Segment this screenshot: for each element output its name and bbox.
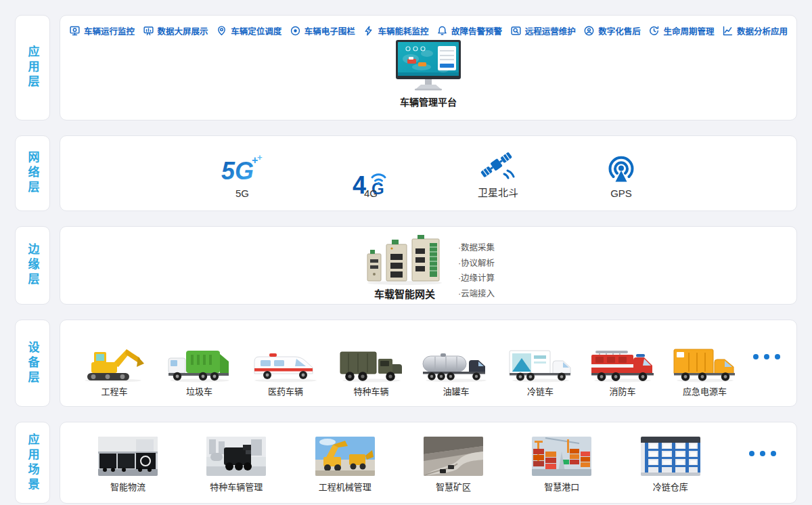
vehicle-label: 医药车辆	[268, 385, 303, 397]
alarm-bell-icon	[436, 25, 448, 37]
dot-icon	[764, 354, 769, 359]
vehicle-special: 特种车辆	[337, 342, 406, 397]
app-item-data-analytics: 数据分析应用	[722, 24, 788, 37]
dot-icon	[760, 451, 765, 456]
special-vehicle-management-photo	[206, 437, 266, 476]
geofence-icon	[290, 25, 301, 37]
emergency-power-truck-image	[671, 342, 739, 382]
gateway-features: ·数据采集 ·协议解析 ·边缘计算 ·云端接入	[458, 235, 495, 301]
app-item-label: 数据分析应用	[737, 24, 788, 37]
gateway-label: 车载智能网关	[374, 286, 435, 301]
garbage-truck-image	[164, 342, 235, 382]
svg-text:5G: 5G	[221, 157, 254, 185]
scenario-construction: 工程机械管理	[315, 437, 375, 493]
smart-port-photo	[532, 437, 591, 476]
cold-chain-warehouse-photo	[641, 437, 700, 476]
app-item-label: 远程运营维护	[525, 24, 576, 37]
location-pin-icon	[216, 25, 227, 37]
dot-icon	[753, 354, 759, 359]
energy-icon	[363, 25, 374, 37]
app-item-label: 车辆能耗监控	[378, 24, 428, 37]
scenario-label: 智能物流	[110, 480, 145, 493]
vehicle-label: 消防车	[609, 385, 635, 397]
vehicle-monitor-icon	[69, 25, 81, 37]
vehicle-label: 冷链车	[527, 385, 554, 397]
vehicle-engineering: 工程车	[79, 342, 150, 397]
scenario-label: 工程机械管理	[319, 480, 371, 493]
network-item-label: GPS	[610, 188, 632, 199]
device-layer-row: 设备层 工程车	[15, 320, 797, 407]
vehicle-garbage: 垃圾车	[164, 342, 235, 397]
scenario-panel: 智能物流 特种车辆管理	[60, 422, 797, 504]
excavator-image	[79, 342, 150, 382]
app-item-label: 车辆电子围栏	[304, 24, 355, 37]
gps-antenna-icon	[606, 154, 637, 185]
construction-machinery-photo	[315, 437, 375, 476]
dot-icon	[775, 354, 780, 359]
vehicle-label: 工程车	[101, 385, 127, 397]
vehicle-gateway-image	[362, 235, 447, 285]
gateway-block: 车载智能网关	[362, 235, 447, 301]
app-item-label: 数字化售后	[598, 24, 641, 37]
vehicle-list: 工程车 垃圾车	[60, 320, 796, 406]
app-item-label: 车辆运行监控	[84, 24, 135, 37]
vehicle-medical: 医药车辆	[249, 342, 322, 397]
gateway-feature: ·协议解析	[458, 256, 495, 271]
scenario-special-vehicle: 特种车辆管理	[206, 437, 266, 493]
network-item-4g: 4 G 4G	[351, 167, 390, 199]
line-chart-icon	[722, 25, 734, 37]
scenario-label: 特种车辆管理	[210, 480, 263, 493]
platform-label: 车辆管理平台	[400, 95, 457, 108]
app-item-label: 数据大屏展示	[158, 24, 208, 37]
scenario-list: 智能物流 特种车辆管理	[60, 422, 796, 503]
military-truck-image	[337, 342, 406, 382]
app-item-label: 故障告警预警	[451, 24, 502, 37]
network-layer-row: 网络层 5G + + 5G 4 G	[15, 135, 797, 211]
vehicle-fire: 消防车	[589, 342, 656, 397]
network-item-5g: 5G + + 5G	[220, 154, 265, 199]
gateway-feature: ·云端接入	[458, 286, 495, 302]
vehicle-tanker: 油罐车	[420, 342, 492, 397]
satellite-icon	[477, 151, 519, 182]
more-scenarios-indicator	[749, 451, 776, 456]
vehicle-label: 垃圾车	[186, 385, 212, 397]
device-panel: 工程车 垃圾车	[60, 320, 797, 407]
scenario-label: 冷链仓库	[653, 480, 688, 493]
vehicle-label: 应急电源车	[683, 385, 727, 397]
app-item-label: 车辆定位调度	[231, 24, 281, 37]
scenario-label: 智慧矿区	[436, 480, 471, 493]
vehicle-label: 特种车辆	[353, 385, 388, 397]
layer-tab-scenario: 应用场景	[15, 422, 50, 504]
app-item-vehicle-monitoring: 车辆运行监控	[69, 24, 135, 37]
app-item-label: 生命周期管理	[663, 24, 714, 37]
app-item-lifecycle: 生命周期管理	[648, 24, 714, 37]
scenario-label: 智慧港口	[544, 480, 579, 493]
app-item-fault-alarm: 故障告警预警	[436, 24, 502, 37]
dot-icon	[771, 451, 776, 456]
vehicle-label: 油罐车	[443, 385, 469, 397]
svg-text:+: +	[257, 154, 263, 162]
app-item-remote-maintenance: 远程运营维护	[510, 24, 576, 37]
platform-block: 车辆管理平台	[60, 40, 796, 108]
network-items: 5G + + 5G 4 G	[60, 136, 796, 211]
app-item-big-screen: 数据大屏展示	[143, 24, 208, 37]
scenario-cold-warehouse: 冷链仓库	[641, 437, 700, 493]
management-platform-monitor-image	[396, 40, 461, 91]
gateway-feature: ·数据采集	[458, 240, 495, 256]
headset-service-icon	[583, 25, 595, 37]
smart-mine-photo	[424, 437, 483, 476]
application-layer-row: 应用层 车辆运行监控 数据大屏展示 车辆定位调度 车辆电子围栏 车辆能耗监控	[15, 15, 797, 120]
scenario-mine: 智慧矿区	[424, 437, 483, 493]
gateway-feature: ·边缘计算	[458, 271, 495, 286]
edge-panel: 车载智能网关 ·数据采集 ·协议解析 ·边缘计算 ·云端接入	[60, 226, 797, 305]
more-vehicles-indicator	[753, 354, 780, 359]
app-item-positioning-dispatch: 车辆定位调度	[216, 24, 281, 37]
scenario-port: 智慧港口	[532, 437, 591, 493]
edge-content: 车载智能网关 ·数据采集 ·协议解析 ·边缘计算 ·云端接入	[60, 227, 796, 304]
fire-truck-image	[589, 342, 656, 382]
network-item-label: 4G	[364, 188, 378, 199]
layer-tab-device: 设备层	[15, 320, 50, 407]
app-item-digital-aftersales: 数字化售后	[583, 24, 641, 37]
dot-icon	[749, 451, 754, 456]
vehicle-cold-chain: 冷链车	[507, 342, 574, 397]
